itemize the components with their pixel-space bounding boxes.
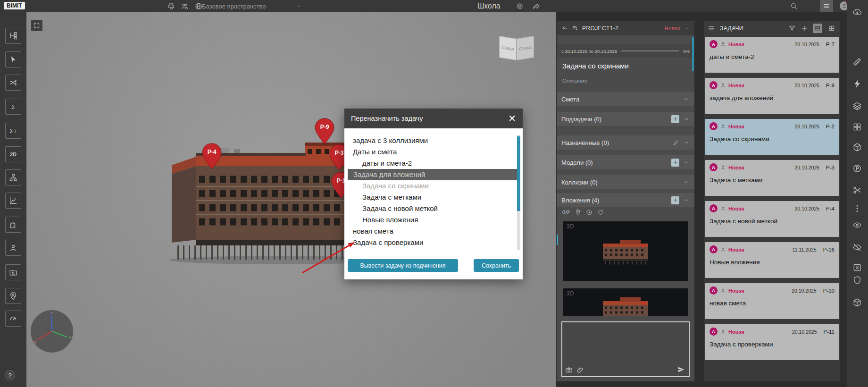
unassign-task-button[interactable]: Вывести задачу из подчинения — [348, 259, 458, 272]
plugins-button[interactable] — [5, 217, 21, 233]
grid-icon[interactable] — [852, 122, 862, 132]
chevron-down-icon[interactable] — [683, 139, 690, 146]
measure-icon[interactable] — [852, 57, 862, 67]
task-card[interactable]: A Новая 20.10.2025 P-3 Задача с метками — [705, 160, 839, 196]
comment-input[interactable] — [561, 321, 690, 377]
shared-folder-button[interactable] — [5, 264, 21, 280]
connections-button[interactable] — [5, 75, 21, 91]
orientation-gizmo[interactable]: Z X Y — [29, 309, 75, 354]
section-models[interactable]: Модели (0) — [557, 155, 694, 169]
task-tree-item[interactable]: Задача с новой меткой — [344, 203, 523, 214]
play-icon[interactable] — [586, 209, 593, 216]
layers-icon[interactable] — [852, 101, 862, 111]
task-card[interactable]: A Новая 20.10.2025 P-4 Задача с новой ме… — [705, 201, 839, 237]
edit-pencil-icon[interactable] — [673, 139, 679, 146]
task-card[interactable]: A Новая 20.10.2025 P-10 новая смета — [705, 283, 839, 319]
task-tree-item[interactable]: Даты и смета — [344, 146, 523, 158]
print-icon[interactable] — [167, 2, 175, 10]
sum-add-button[interactable]: Σ+ — [5, 123, 21, 139]
flash-icon[interactable] — [852, 79, 862, 89]
select-tool-button[interactable] — [5, 51, 21, 67]
status-badge[interactable]: Новая — [665, 25, 680, 31]
plan-icon[interactable] — [852, 164, 862, 173]
section-cut-icon[interactable] — [852, 185, 862, 195]
show-eye-icon[interactable] — [852, 220, 862, 230]
task-card[interactable]: A Новая 11.11.2025 P-16 Новые вложения — [705, 242, 839, 278]
sum-button[interactable]: Σ — [5, 99, 21, 115]
add-icon[interactable] — [671, 115, 679, 123]
chevron-up-icon[interactable] — [683, 197, 690, 203]
task-tree-item[interactable]: Задача с проверками — [344, 237, 523, 248]
list-view-button[interactable] — [813, 24, 822, 33]
task-date: 20.10.2025 — [795, 165, 820, 170]
location-pin-icon[interactable] — [575, 209, 581, 216]
dashboard-button[interactable] — [5, 311, 21, 327]
org-chart-button[interactable] — [5, 169, 21, 185]
sort-icon[interactable] — [572, 25, 578, 32]
filter-icon[interactable] — [788, 25, 796, 32]
back-icon[interactable] — [561, 25, 568, 32]
2d-view-button[interactable]: 2D — [5, 146, 21, 162]
clear-selection-icon[interactable] — [852, 263, 862, 272]
camera-icon[interactable] — [565, 366, 573, 374]
app-logo[interactable]: BiMiT — [4, 2, 25, 9]
section-estimate[interactable]: Смета — [557, 92, 694, 106]
map-pin[interactable]: P-4 — [201, 143, 222, 170]
chevron-down-icon[interactable] — [683, 179, 690, 185]
attachment-thumbnail[interactable]: 3D — [563, 221, 688, 281]
shield-icon[interactable] — [852, 276, 862, 285]
dialog-scrollbar[interactable] — [517, 135, 520, 250]
attachment-thumbnail[interactable]: 3D — [563, 288, 688, 316]
workspace-selector[interactable]: Базовое пространство — [202, 3, 266, 10]
export-model-icon[interactable] — [852, 298, 862, 307]
task-card-selected[interactable]: A Новая 20.10.2025 P-2 Задача со скринам… — [705, 119, 839, 155]
team-icon[interactable] — [181, 2, 189, 10]
task-tree-item[interactable]: даты и смета-2 — [344, 158, 523, 169]
task-tree-item[interactable]: Новые вложения — [344, 214, 523, 226]
attach-file-icon[interactable] — [576, 366, 584, 374]
chevron-down-icon[interactable] — [684, 25, 690, 31]
scrollbar-thumb[interactable] — [517, 136, 520, 211]
save-button[interactable]: Сохранить — [474, 259, 519, 272]
task-tree-item[interactable]: задача с 3 коллизиями — [344, 135, 523, 146]
share-icon[interactable] — [532, 2, 541, 10]
structure-tree-button[interactable] — [5, 28, 21, 44]
section-assignees[interactable]: Назначенные (0) — [557, 135, 694, 150]
chevron-down-icon[interactable] — [683, 159, 690, 166]
settings-gear-icon[interactable] — [516, 2, 524, 10]
task-card[interactable]: A Новая 20.10.2025 P-9 задача для вложен… — [705, 78, 839, 114]
more-dots-icon[interactable] — [852, 204, 862, 213]
chevron-down-icon[interactable] — [683, 96, 690, 102]
panel-scrollbar-thumb[interactable] — [692, 37, 694, 71]
user-location-button[interactable] — [5, 288, 21, 304]
add-task-icon[interactable] — [801, 25, 808, 32]
task-card[interactable]: A Новая 20.10.2025 P-7 даты и смета-2 — [705, 37, 839, 73]
section-collisions[interactable]: Коллизии (0) — [557, 175, 694, 189]
map-pin[interactable]: P-9 — [314, 118, 335, 145]
task-tree-item-selected[interactable]: Задача для вложений — [348, 169, 519, 180]
search-icon[interactable] — [790, 2, 798, 10]
task-tree-item[interactable]: Задача с метками — [344, 192, 523, 203]
add-icon[interactable] — [671, 159, 679, 167]
send-icon[interactable] — [677, 366, 685, 373]
task-card[interactable]: A Новая 20.10.2025 P-11 Задача с проверк… — [705, 324, 839, 360]
view-cube[interactable]: Сзади Слева — [499, 36, 535, 61]
chevron-down-icon[interactable] — [296, 3, 302, 9]
help-button[interactable]: ? — [5, 370, 15, 380]
section-subtasks[interactable]: Подзадачи (0) — [557, 112, 694, 126]
cloud-sync-icon[interactable] — [852, 7, 862, 17]
refresh-icon[interactable] — [597, 209, 604, 216]
hide-eye-icon[interactable] — [852, 243, 862, 252]
focus-selection-button[interactable] — [31, 20, 42, 31]
chevron-up-icon[interactable] — [683, 116, 690, 122]
charts-button[interactable] — [5, 193, 21, 209]
section-attachments[interactable]: Вложения (4) — [557, 193, 694, 207]
users-button[interactable] — [5, 240, 21, 256]
grid-view-button[interactable] — [827, 24, 836, 33]
task-tree-item[interactable]: новая смета — [344, 226, 523, 237]
model-cube-icon[interactable] — [852, 143, 862, 152]
menu-icon[interactable] — [708, 25, 715, 32]
add-icon[interactable] — [671, 196, 679, 204]
panels-toggle-button[interactable] — [820, 0, 833, 12]
close-icon[interactable]: ✕ — [508, 114, 516, 123]
